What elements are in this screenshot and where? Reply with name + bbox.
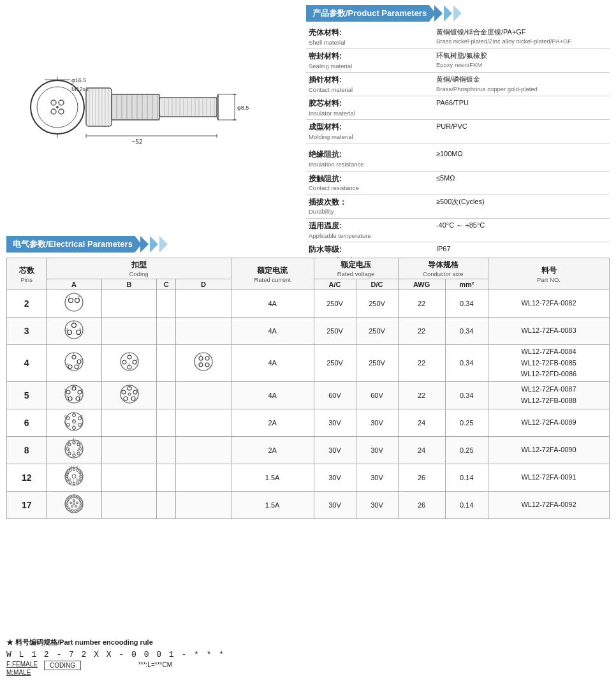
cell-rated-current: 2A — [231, 436, 314, 464]
cell-coding-b: 1 2 — [101, 381, 156, 409]
cell-voltage-ac: 250V — [314, 290, 356, 318]
svg-text:2: 2 — [81, 388, 84, 392]
cell-pins: 4 — [7, 345, 47, 382]
cell-voltage-ac: 250V — [314, 345, 356, 382]
svg-point-6 — [56, 106, 59, 108]
cell-coding-a: 1 2 3 4 5 6 7 — [47, 409, 101, 436]
cell-awg: 24 — [398, 436, 445, 464]
param-value: 环氧树脂/氟橡胶 Epoxy resin/FKM — [434, 49, 610, 73]
cell-voltage-dc: 30V — [356, 491, 398, 518]
param-label: 插拔次数： Durability — [306, 194, 434, 218]
length-label: ***:L=***CM — [138, 661, 172, 668]
svg-text:φ8.5: φ8.5 — [237, 105, 249, 111]
svg-point-4 — [51, 109, 56, 114]
svg-point-187 — [66, 502, 68, 504]
cell-rated-current: 2A — [231, 409, 314, 436]
svg-point-2 — [51, 100, 56, 105]
svg-point-112 — [128, 393, 131, 395]
cell-coding-b — [101, 409, 156, 436]
svg-point-145 — [68, 443, 71, 445]
length-text: ***:L=***CM — [138, 661, 172, 668]
param-row: 插拔次数： Durability ≥500次(Cycles) — [306, 194, 610, 218]
cell-coding-a: 1 2 3 — [47, 318, 101, 345]
cell-awg: 24 — [398, 409, 445, 436]
coding-box: CODING — [44, 661, 81, 670]
cell-voltage-dc: 30V — [356, 409, 398, 436]
cell-coding-d — [176, 436, 231, 464]
cell-coding-b — [101, 491, 156, 518]
svg-point-109 — [131, 397, 135, 400]
svg-point-139 — [73, 454, 75, 457]
param-value: 黄铜镀镍/锌合金度镍/PA+GF Brass nickel-plated/Zin… — [434, 26, 610, 49]
cell-voltage-ac: 30V — [314, 409, 356, 436]
cell-voltage-dc: 30V — [356, 464, 398, 491]
svg-text:~52: ~52 — [132, 138, 143, 145]
svg-point-3 — [59, 100, 64, 105]
svg-point-174 — [73, 495, 75, 497]
cell-voltage-ac: 30V — [314, 436, 356, 464]
electrical-header: 电气参数/Electrical Parameters — [6, 236, 610, 253]
svg-point-186 — [66, 504, 68, 506]
th-rated-current: 额定电流 Rated current — [231, 258, 314, 290]
svg-point-137 — [77, 452, 80, 455]
svg-text:3: 3 — [200, 360, 202, 364]
cell-rated-current: 1.5A — [231, 464, 314, 491]
svg-point-191 — [73, 499, 75, 501]
encoding-fm-labels: F:FEMALE M:MALE — [6, 661, 38, 676]
param-label: 绝缘阻抗: Insulation resistance — [306, 147, 434, 171]
svg-point-183 — [72, 510, 74, 511]
th-coding: 扣型 Coding — [47, 258, 231, 279]
svg-point-192 — [76, 502, 78, 504]
cell-pins: 3 — [7, 318, 47, 345]
svg-text:8: 8 — [68, 439, 70, 443]
svg-text:1: 1 — [128, 353, 131, 356]
svg-point-194 — [71, 505, 73, 507]
cell-mm2: 0.34 — [445, 381, 488, 409]
cell-mm2: 0.14 — [445, 491, 488, 518]
svg-point-193 — [75, 505, 77, 507]
encoding-title: ★ 料号编码规格/Part number encooding rule — [6, 638, 610, 647]
svg-point-5 — [59, 109, 64, 114]
electrical-section: 电气参数/Electrical Parameters 芯数 Pins 扣型 Co… — [6, 236, 610, 519]
svg-text:1: 1 — [73, 438, 75, 441]
cell-coding-d — [176, 318, 231, 345]
cell-coding-b — [101, 318, 156, 345]
svg-point-91 — [205, 363, 209, 367]
cell-awg: 26 — [398, 464, 445, 491]
svg-text:2: 2 — [136, 388, 139, 392]
svg-point-99 — [68, 397, 72, 400]
cell-part-no: WL12-72FA-0084WL12-72FB-0085WL12-72FD-00… — [488, 345, 610, 382]
cell-rated-current: 1.5A — [231, 491, 314, 518]
svg-text:1: 1 — [73, 321, 75, 325]
param-value: ≤5MΩ — [434, 171, 610, 194]
param-row: 壳体材料: Shell material 黄铜镀镍/锌合金度镍/PA+GF Br… — [306, 26, 610, 49]
param-row: 密封材料: Sealing material 环氧树脂/氟橡胶 Epoxy re… — [306, 49, 610, 73]
cell-coding-c — [157, 345, 176, 382]
th-coding-b: B — [101, 279, 156, 290]
table-row: 6 1 2 3 4 — [7, 409, 610, 436]
cell-coding-b: 1 2 3 — [101, 345, 156, 382]
product-params-section: 产品参数/Product Parameters 壳体材料: Shell mate… — [306, 5, 610, 266]
param-row: 成型材料: Molding material PUR/PVC — [306, 120, 610, 143]
svg-text:4: 4 — [77, 448, 79, 452]
param-value: PUR/PVC — [434, 120, 610, 143]
table-row: 17 1.5A 30V 30V 26 0.14 WL12-72FA-0092 — [7, 491, 610, 518]
elec-arrow-2 — [150, 236, 158, 253]
param-label: 成型材料: Molding material — [306, 120, 434, 143]
svg-text:3: 3 — [78, 395, 81, 399]
cell-rated-current: 4A — [231, 318, 314, 345]
cell-part-no: WL12-72FA-0087WL12-72FB-0088 — [488, 381, 610, 409]
svg-point-172 — [72, 474, 76, 478]
encoding-rule-line: W L 1 2 - 7 2 X X - 0 0 0 1 - * * * — [6, 650, 610, 659]
svg-point-181 — [77, 509, 78, 511]
header-arrows — [434, 5, 462, 22]
cell-rated-current: 4A — [231, 381, 314, 409]
svg-point-65 — [68, 330, 72, 335]
svg-point-188 — [67, 499, 69, 501]
cell-mm2: 0.25 — [445, 436, 488, 464]
product-params-title: 产品参数/Product Parameters — [306, 5, 436, 22]
connector-diagram: φ16.5 M12x1 φ8.5 ~52 — [26, 37, 281, 177]
svg-point-189 — [68, 497, 70, 499]
th-coding-c: C — [157, 279, 176, 290]
svg-text:3: 3 — [128, 363, 131, 367]
